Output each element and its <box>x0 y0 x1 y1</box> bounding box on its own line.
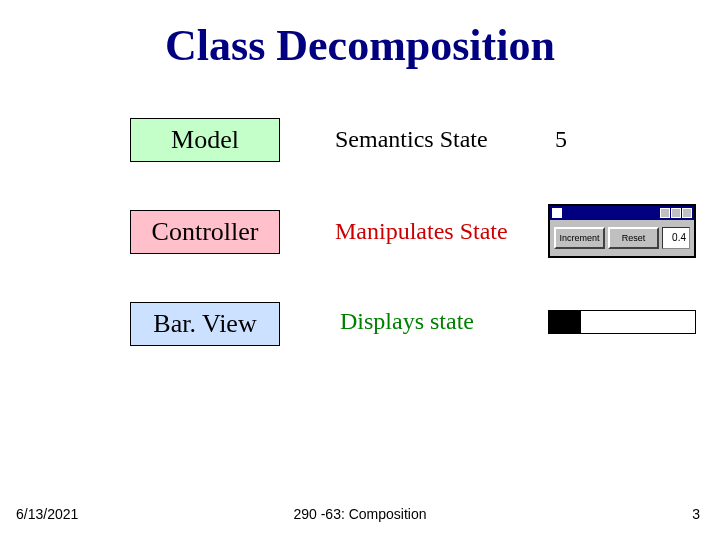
minimize-icon <box>660 208 670 218</box>
increment-button[interactable]: Increment <box>554 227 605 249</box>
maximize-icon <box>671 208 681 218</box>
box-model: Model <box>130 118 280 162</box>
bar-view-widget <box>548 310 696 334</box>
desc-controller: Manipulates State <box>335 218 508 245</box>
bar-fill <box>549 311 581 333</box>
slide-title: Class Decomposition <box>0 20 720 71</box>
mini-window: Increment Reset 0.4 <box>548 204 696 258</box>
desc-model: Semantics State <box>335 126 488 153</box>
value-field: 0.4 <box>662 227 690 249</box>
close-icon <box>682 208 692 218</box>
window-controls <box>660 208 692 218</box>
box-barview: Bar. View <box>130 302 280 346</box>
model-value: 5 <box>555 126 595 153</box>
footer-center: 290 -63: Composition <box>0 506 720 522</box>
mini-window-body: Increment Reset 0.4 <box>550 220 694 256</box>
desc-barview: Displays state <box>340 308 474 335</box>
slide-footer: 6/13/2021 290 -63: Composition 3 <box>0 506 720 526</box>
footer-page: 3 <box>692 506 700 522</box>
app-icon <box>552 208 562 218</box>
reset-button[interactable]: Reset <box>608 227 659 249</box>
box-controller: Controller <box>130 210 280 254</box>
mini-window-titlebar <box>550 206 694 220</box>
